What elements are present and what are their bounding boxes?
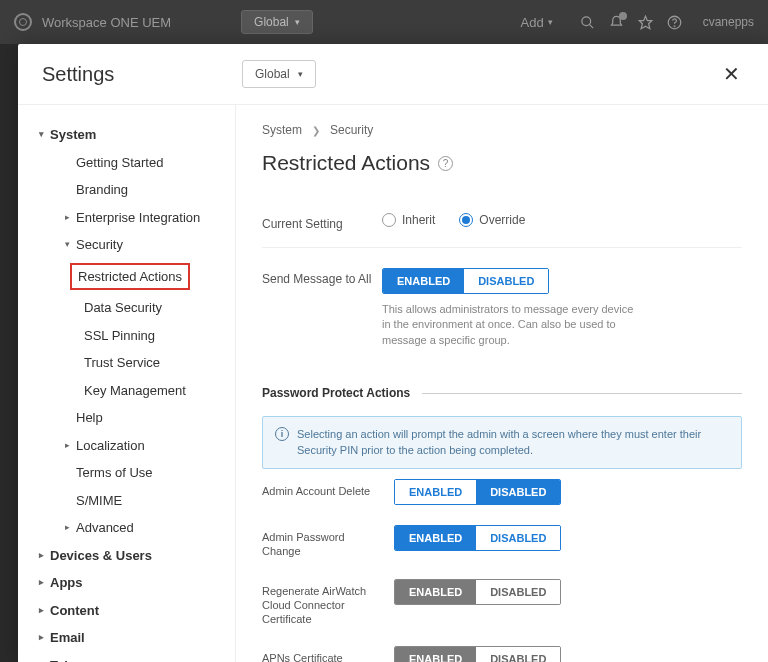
caret-right-icon: ▸ bbox=[36, 604, 46, 618]
svg-point-4 bbox=[674, 25, 675, 26]
chevron-down-icon: ▾ bbox=[298, 69, 303, 79]
action-toggle[interactable]: ENABLEDDISABLED bbox=[394, 479, 561, 505]
sidebar-item-devices-users[interactable]: ▸Devices & Users bbox=[18, 542, 235, 570]
help-icon[interactable]: ? bbox=[438, 156, 453, 171]
sidebar-item-localization[interactable]: ▸Localization bbox=[18, 432, 235, 460]
sidebar-item-apps[interactable]: ▸Apps bbox=[18, 569, 235, 597]
caret-right-icon: ▸ bbox=[36, 549, 46, 563]
caret-right-icon: ▸ bbox=[62, 211, 72, 225]
caret-right-icon: ▸ bbox=[36, 631, 46, 645]
action-toggle[interactable]: ENABLEDDISABLED bbox=[394, 525, 561, 551]
info-icon: i bbox=[275, 427, 289, 441]
svg-point-0 bbox=[582, 16, 591, 25]
caret-right-icon: ▸ bbox=[62, 439, 72, 453]
sidebar-item-email[interactable]: ▸Email bbox=[18, 624, 235, 652]
modal-header: Settings Global ▾ ✕ bbox=[18, 44, 768, 105]
action-label: Admin Account Delete bbox=[262, 479, 394, 498]
caret-down-icon: ▾ bbox=[62, 238, 72, 252]
action-label: APNs Certificate Change bbox=[262, 646, 394, 662]
sidebar-item-getting-started[interactable]: Getting Started bbox=[18, 149, 235, 177]
sidebar-item-terms-of-use[interactable]: Terms of Use bbox=[18, 459, 235, 487]
chevron-down-icon: ▾ bbox=[295, 17, 300, 27]
breadcrumb-item[interactable]: Security bbox=[330, 123, 373, 137]
send-message-label: Send Message to All bbox=[262, 268, 382, 286]
star-icon[interactable] bbox=[638, 15, 653, 30]
breadcrumb: System ❯ Security bbox=[262, 123, 742, 137]
page-title: Restricted Actions ? bbox=[262, 151, 742, 175]
sidebar-item-help[interactable]: Help bbox=[18, 404, 235, 432]
topbar-org-group-selector[interactable]: Global ▾ bbox=[241, 10, 313, 34]
help-icon[interactable] bbox=[667, 15, 682, 30]
action-toggle[interactable]: ENABLEDDISABLED bbox=[394, 579, 561, 605]
sidebar-item-restricted-actions[interactable]: Restricted Actions bbox=[18, 259, 235, 295]
action-row: APNs Certificate ChangeENABLEDDISABLED bbox=[262, 636, 742, 662]
svg-line-1 bbox=[589, 24, 593, 28]
sidebar-item-ssl-pinning[interactable]: SSL Pinning bbox=[18, 322, 235, 350]
search-icon[interactable] bbox=[580, 15, 595, 30]
action-row: Admin Account DeleteENABLEDDISABLED bbox=[262, 469, 742, 515]
brand-logo-icon bbox=[14, 13, 32, 31]
action-row: Regenerate AirWatch Cloud Connector Cert… bbox=[262, 569, 742, 637]
section-password-protect: Password Protect Actions bbox=[262, 386, 742, 400]
chevron-right-icon: ❯ bbox=[312, 125, 320, 136]
modal-title: Settings bbox=[42, 63, 242, 86]
caret-down-icon: ▾ bbox=[36, 128, 46, 142]
breadcrumb-item[interactable]: System bbox=[262, 123, 302, 137]
sidebar-item-data-security[interactable]: Data Security bbox=[18, 294, 235, 322]
action-row: Admin Password ChangeENABLEDDISABLED bbox=[262, 515, 742, 569]
add-menu[interactable]: Add ▾ bbox=[520, 15, 552, 30]
notifications-icon[interactable] bbox=[609, 15, 624, 30]
sidebar-item-content[interactable]: ▸Content bbox=[18, 597, 235, 625]
action-toggle[interactable]: ENABLEDDISABLED bbox=[394, 646, 561, 662]
radio-inherit[interactable]: Inherit bbox=[382, 213, 435, 227]
current-setting-label: Current Setting bbox=[262, 213, 382, 231]
sidebar-item-trust-service[interactable]: Trust Service bbox=[18, 349, 235, 377]
sidebar-item-enterprise-integration[interactable]: ▸Enterprise Integration bbox=[18, 204, 235, 232]
settings-sidebar: ▾System Getting Started Branding ▸Enterp… bbox=[18, 105, 236, 662]
settings-content: System ❯ Security Restricted Actions ? C… bbox=[236, 105, 768, 662]
caret-right-icon: ▸ bbox=[62, 521, 72, 535]
action-label: Regenerate AirWatch Cloud Connector Cert… bbox=[262, 579, 394, 627]
sidebar-item-branding[interactable]: Branding bbox=[18, 176, 235, 204]
sidebar-item-system[interactable]: ▾System bbox=[18, 121, 235, 149]
svg-marker-2 bbox=[639, 16, 652, 29]
user-menu[interactable]: cvanepps bbox=[703, 15, 754, 29]
sidebar-item-security[interactable]: ▾Security bbox=[18, 231, 235, 259]
action-label: Admin Password Change bbox=[262, 525, 394, 559]
modal-org-group-selector[interactable]: Global ▾ bbox=[242, 60, 316, 88]
notification-badge bbox=[619, 12, 627, 20]
sidebar-item-advanced[interactable]: ▸Advanced bbox=[18, 514, 235, 542]
brand-name: Workspace ONE UEM bbox=[42, 15, 171, 30]
toggle-send-message[interactable]: ENABLED DISABLED bbox=[382, 268, 549, 294]
caret-right-icon: ▸ bbox=[36, 576, 46, 590]
send-message-help: This allows administrators to message ev… bbox=[382, 302, 642, 348]
sidebar-item-telecom[interactable]: ▸Telecom bbox=[18, 652, 235, 663]
sidebar-item-smime[interactable]: S/MIME bbox=[18, 487, 235, 515]
sidebar-item-key-management[interactable]: Key Management bbox=[18, 377, 235, 405]
info-banner: i Selecting an action will prompt the ad… bbox=[262, 416, 742, 469]
radio-override[interactable]: Override bbox=[459, 213, 525, 227]
settings-modal: Settings Global ▾ ✕ ▾System Getting Star… bbox=[18, 44, 768, 662]
caret-right-icon: ▸ bbox=[36, 659, 46, 663]
chevron-down-icon: ▾ bbox=[548, 17, 553, 27]
close-button[interactable]: ✕ bbox=[719, 58, 744, 90]
app-topbar: Workspace ONE UEM Global ▾ Add ▾ cvanepp… bbox=[0, 0, 768, 44]
